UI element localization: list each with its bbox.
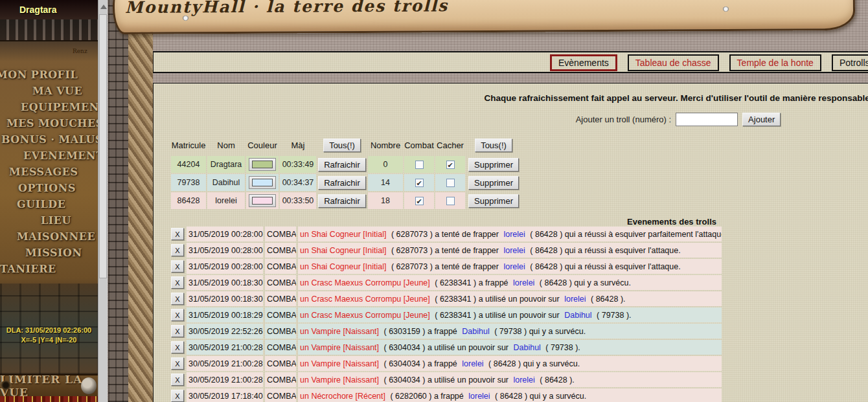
troll-link[interactable]: lorelei bbox=[513, 375, 534, 385]
sidebar-scrollbar[interactable] bbox=[98, 0, 108, 402]
event-row: X 31/05/2019 00:28:00 COMBAT un Shai Cog… bbox=[171, 259, 735, 274]
event-message: un Nécrochore [Récent] ( 6282060 ) a fra… bbox=[298, 388, 722, 402]
sidebar-item-options[interactable]: OPTIONS bbox=[18, 180, 98, 196]
delete-event-button[interactable]: X bbox=[171, 228, 184, 240]
delete-all-button[interactable]: Tous(!) bbox=[475, 139, 512, 152]
sidebar-item-guilde[interactable]: GUILDE bbox=[17, 196, 98, 212]
artist-signature: Renz bbox=[73, 48, 87, 54]
troll-link[interactable]: lorelei bbox=[503, 230, 525, 239]
color-swatch bbox=[252, 179, 273, 186]
sidebar-item-mission[interactable]: MISSION bbox=[25, 245, 98, 261]
cacher-checkbox[interactable] bbox=[446, 197, 455, 205]
sidebar-item-mon-profil[interactable]: MON PROFIL bbox=[0, 67, 98, 83]
color-swatch-button[interactable] bbox=[249, 194, 276, 207]
delete-troll-button[interactable]: Supprimer bbox=[468, 194, 519, 208]
event-row: X 31/05/2019 00:28:00 COMBAT un Shai Cog… bbox=[171, 227, 735, 241]
event-message: un Vampire [Naissant] ( 6304034 ) a util… bbox=[298, 340, 722, 355]
monster-link[interactable]: un Nécrochore [Récent] bbox=[300, 392, 385, 401]
refresh-button[interactable]: Rafraichir bbox=[318, 194, 366, 208]
rope-border-decoration bbox=[128, 0, 153, 402]
cacher-checkbox[interactable] bbox=[446, 179, 455, 187]
player-name: Dragtara bbox=[19, 5, 57, 15]
troll-link[interactable]: lorelei bbox=[462, 359, 483, 368]
cornice-decoration bbox=[0, 19, 98, 41]
troll-link[interactable]: Dabihul bbox=[462, 327, 489, 336]
delete-event-button[interactable]: X bbox=[171, 276, 184, 289]
tabs-group: EvènementsTableau de chasseTemple de la … bbox=[550, 54, 868, 71]
refresh-button[interactable]: Rafraichir bbox=[318, 158, 366, 172]
delete-event-button[interactable]: X bbox=[171, 357, 184, 370]
combat-checkbox[interactable]: ✔ bbox=[415, 197, 424, 205]
combat-checkbox[interactable] bbox=[415, 161, 424, 169]
tab-tableau-de-chasse[interactable]: Tableau de chasse bbox=[628, 54, 719, 71]
troll-link[interactable]: lorelei bbox=[468, 392, 490, 401]
monster-link[interactable]: un Vampire [Naissant] bbox=[300, 327, 379, 336]
sidebar-item-evenements[interactable]: EVENEMENTS bbox=[23, 148, 98, 164]
sidebar-item-lieu[interactable]: LIEU bbox=[41, 212, 98, 229]
color-swatch-button[interactable] bbox=[249, 158, 276, 171]
cacher-checkbox[interactable]: ✔ bbox=[446, 161, 455, 169]
monster-link[interactable]: un Crasc Maexus Corrompu [Jeune] bbox=[300, 295, 430, 304]
delete-event-button[interactable]: X bbox=[171, 309, 184, 321]
tab-potrolls[interactable]: Potrolls bbox=[832, 54, 868, 71]
monster-link[interactable]: un Shai Cogneur [Initial] bbox=[300, 230, 386, 239]
sidebar-item-messages[interactable]: MESSAGES bbox=[9, 164, 98, 180]
col-nom: Nom bbox=[207, 140, 245, 150]
delete-event-button[interactable]: X bbox=[171, 341, 184, 353]
refresh-all-button[interactable]: Tous(!) bbox=[323, 139, 361, 152]
troll-link[interactable]: lorelei bbox=[503, 262, 525, 271]
monster-link[interactable]: un Crasc Maexus Corrompu [Jeune] bbox=[300, 278, 430, 287]
monster-link[interactable]: un Shai Cogneur [Initial] bbox=[300, 246, 386, 255]
color-swatch-button[interactable] bbox=[249, 176, 276, 189]
sidebar-item-equipement[interactable]: EQUIPEMENT bbox=[21, 99, 98, 115]
event-message: un Vampire [Naissant] ( 6304034 ) a util… bbox=[298, 372, 722, 387]
scrollbar-thumb[interactable] bbox=[99, 14, 107, 278]
main-content: Chaque rafraichissement fait appel au se… bbox=[153, 83, 868, 402]
delete-event-button[interactable]: X bbox=[171, 293, 184, 305]
event-row: X 31/05/2019 00:18:29 COMBAT un Crasc Ma… bbox=[171, 307, 735, 322]
event-message: un Crasc Maexus Corrompu [Jeune] ( 62383… bbox=[298, 275, 722, 290]
sidebar-item-taniere[interactable]: TANIERE bbox=[0, 261, 98, 277]
monster-link[interactable]: un Vampire [Naissant] bbox=[300, 375, 379, 385]
event-message: un Shai Cogneur [Initial] ( 6287073 ) a … bbox=[298, 243, 722, 258]
event-type: COMBAT bbox=[265, 372, 296, 387]
add-troll-button[interactable]: Ajouter bbox=[742, 113, 781, 126]
sidebar-item-ma-vue[interactable]: MA VUE bbox=[32, 83, 98, 99]
delete-event-button[interactable]: X bbox=[171, 374, 184, 386]
monster-link[interactable]: un Crasc Maexus Corrompu [Jeune] bbox=[300, 311, 430, 320]
delete-troll-button[interactable]: Supprimer bbox=[468, 176, 519, 190]
refresh-button[interactable]: Rafraichir bbox=[318, 176, 366, 190]
combat-checkbox[interactable]: ✔ bbox=[415, 179, 424, 187]
troll-link[interactable]: lorelei bbox=[564, 295, 586, 304]
troll-link[interactable]: Dabihul bbox=[513, 343, 540, 352]
delete-troll-button[interactable]: Supprimer bbox=[468, 158, 519, 172]
game-title: MountyHall · la terre des trolls bbox=[125, 0, 448, 17]
monster-link[interactable]: un Vampire [Naissant] bbox=[300, 359, 379, 368]
troll-link[interactable]: Dabihul bbox=[564, 311, 591, 320]
troll-name: Dabihul bbox=[207, 174, 245, 191]
troll-name: lorelei bbox=[207, 192, 245, 209]
limit-view-button[interactable]: LIMITER LA VUE bbox=[0, 374, 98, 396]
monster-link[interactable]: un Shai Cogneur [Initial] bbox=[300, 262, 386, 271]
sidebar-item-bonus-malus[interactable]: BONUS · MALUS bbox=[1, 131, 98, 148]
color-swatch bbox=[252, 197, 273, 205]
troll-link[interactable]: lorelei bbox=[513, 278, 534, 287]
delete-event-button[interactable]: X bbox=[171, 260, 184, 273]
col-maj: Màj bbox=[280, 140, 316, 150]
tab-ev-nements[interactable]: Evènements bbox=[550, 54, 617, 71]
event-row: X 30/05/2019 21:00:28 COMBAT un Vampire … bbox=[171, 340, 735, 355]
event-message: un Crasc Maexus Corrompu [Jeune] ( 62383… bbox=[298, 291, 722, 306]
sidebar-item-mes-mouches[interactable]: MES MOUCHES bbox=[6, 115, 98, 131]
event-datetime: 31/05/2019 00:18:29 bbox=[187, 307, 263, 322]
troll-link[interactable]: lorelei bbox=[503, 246, 525, 255]
event-row: X 31/05/2019 00:18:30 COMBAT un Crasc Ma… bbox=[171, 291, 735, 306]
delete-event-button[interactable]: X bbox=[171, 390, 184, 402]
monster-link[interactable]: un Vampire [Naissant] bbox=[300, 343, 379, 352]
add-troll-input[interactable] bbox=[676, 113, 738, 126]
sidebar-item-maisonnee[interactable]: MAISONNEE bbox=[17, 229, 98, 245]
tab-temple-de-la-honte[interactable]: Temple de la honte bbox=[729, 54, 821, 71]
scroll-up-arrow-icon[interactable] bbox=[98, 3, 108, 12]
delete-event-button[interactable]: X bbox=[171, 244, 184, 256]
eye-icon bbox=[0, 381, 12, 390]
delete-event-button[interactable]: X bbox=[171, 325, 184, 337]
